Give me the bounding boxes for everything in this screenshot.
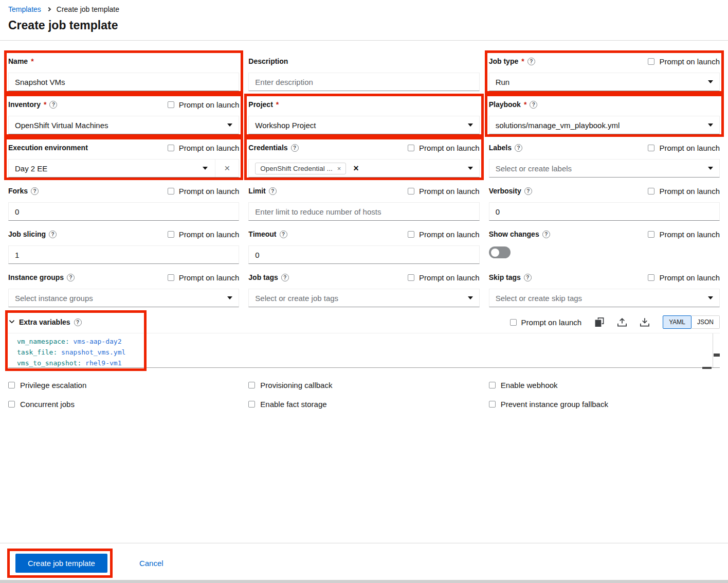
job-tags-prompt-on-launch[interactable]: Prompt on launch: [408, 273, 480, 282]
verbosity-input[interactable]: [489, 202, 720, 221]
instance-groups-select[interactable]: Select instance groups: [8, 289, 239, 307]
checkbox[interactable]: [168, 145, 174, 151]
skip-tags-prompt-on-launch[interactable]: Prompt on launch: [648, 273, 720, 282]
checkbox[interactable]: [248, 401, 255, 408]
editor-horizontal-scrollbar-thumb[interactable]: [702, 367, 712, 369]
remove-credential-icon[interactable]: ×: [337, 165, 341, 172]
forks-prompt-on-launch[interactable]: Prompt on launch: [168, 187, 240, 196]
timeout-prompt-on-launch[interactable]: Prompt on launch: [408, 230, 480, 239]
inventory-select[interactable]: OpenShift Virtual Machines: [8, 116, 239, 134]
editor-scrollbar[interactable]: [713, 333, 720, 367]
job-slicing-input[interactable]: [8, 245, 239, 264]
checkbox[interactable]: [8, 382, 15, 388]
help-icon[interactable]: ?: [542, 231, 550, 238]
job-type-prompt-on-launch[interactable]: Prompt on launch: [648, 57, 720, 66]
job-tags-select[interactable]: Select or create job tags: [248, 289, 479, 307]
credentials-label: Credentials: [248, 144, 287, 152]
clear-credentials-icon[interactable]: ×: [353, 164, 359, 173]
checkbox[interactable]: [510, 319, 517, 326]
window-bottom-strip: [0, 580, 728, 583]
clear-selection-icon[interactable]: ×: [215, 160, 239, 177]
limit-prompt-on-launch[interactable]: Prompt on launch: [408, 187, 480, 196]
yaml-toggle-button[interactable]: YAML: [663, 315, 691, 329]
show-changes-prompt-on-launch[interactable]: Prompt on launch: [648, 230, 720, 239]
checkbox[interactable]: [648, 145, 654, 151]
execution-environment-select-toggle[interactable]: Day 2 EE: [9, 160, 215, 177]
checkbox[interactable]: [648, 274, 654, 281]
checkbox[interactable]: [168, 188, 174, 195]
help-icon[interactable]: ?: [291, 144, 299, 152]
help-icon[interactable]: ?: [515, 144, 522, 152]
job-type-select[interactable]: Run: [489, 73, 720, 91]
option-privilege-escalation[interactable]: Privilege escalation: [8, 381, 239, 390]
help-icon[interactable]: ?: [281, 274, 289, 281]
limit-label: Limit: [248, 187, 265, 195]
checkbox[interactable]: [489, 382, 496, 388]
help-icon[interactable]: ?: [67, 274, 75, 281]
caret-down-icon: [708, 123, 713, 127]
timeout-input[interactable]: [248, 245, 479, 264]
verbosity-prompt-on-launch[interactable]: Prompt on launch: [648, 187, 720, 196]
checkbox[interactable]: [408, 231, 414, 238]
help-icon[interactable]: ?: [74, 319, 82, 326]
help-icon[interactable]: ?: [527, 58, 535, 65]
json-toggle-button[interactable]: JSON: [691, 315, 720, 329]
checkbox[interactable]: [408, 145, 414, 151]
help-icon[interactable]: ?: [524, 274, 532, 281]
playbook-label: Playbook: [489, 100, 521, 109]
show-changes-toggle[interactable]: [489, 246, 511, 258]
job-tags-label: Job tags: [248, 273, 278, 281]
checkbox[interactable]: [168, 231, 174, 238]
forks-input[interactable]: [8, 202, 239, 221]
upload-icon[interactable]: [617, 317, 627, 327]
labels-prompt-on-launch[interactable]: Prompt on launch: [648, 144, 720, 152]
checkbox[interactable]: [248, 382, 255, 388]
credentials-prompt-on-launch[interactable]: Prompt on launch: [408, 144, 480, 152]
option-provisioning-callback[interactable]: Provisioning callback: [248, 381, 479, 390]
checkbox[interactable]: [408, 188, 414, 195]
breadcrumb-link-templates[interactable]: Templates: [8, 5, 41, 13]
job-slicing-prompt-on-launch[interactable]: Prompt on launch: [168, 230, 240, 239]
checkbox[interactable]: [8, 401, 15, 408]
instance-groups-prompt-on-launch[interactable]: Prompt on launch: [168, 273, 240, 282]
inventory-prompt-on-launch[interactable]: Prompt on launch: [168, 100, 240, 109]
field-labels: Labels ? Prompt on launch Select or crea…: [489, 143, 720, 178]
checkbox[interactable]: [168, 101, 174, 108]
help-icon[interactable]: ?: [49, 101, 57, 109]
page-title: Create job template: [8, 19, 720, 32]
checkbox[interactable]: [648, 231, 654, 238]
checkbox[interactable]: [408, 274, 414, 281]
skip-tags-select[interactable]: Select or create skip tags: [489, 289, 720, 307]
editor-scrollbar-thumb[interactable]: [714, 354, 720, 357]
option-concurrent-jobs[interactable]: Concurrent jobs: [8, 400, 239, 409]
extra-variables-prompt-on-launch[interactable]: Prompt on launch: [510, 318, 582, 327]
extra-variables-editor[interactable]: vm_namespace: vms-aap-day2 task_file: sn…: [8, 333, 720, 368]
help-icon[interactable]: ?: [280, 231, 287, 238]
execution-environment-prompt-on-launch[interactable]: Prompt on launch: [168, 144, 240, 152]
copy-icon[interactable]: [595, 317, 604, 327]
help-icon[interactable]: ?: [269, 187, 277, 195]
checkbox[interactable]: [489, 401, 496, 408]
help-icon[interactable]: ?: [31, 187, 39, 195]
help-icon[interactable]: ?: [524, 187, 532, 195]
labels-select[interactable]: Select or create labels: [489, 159, 720, 178]
help-icon[interactable]: ?: [49, 231, 57, 238]
option-prevent-instance-group-fallback[interactable]: Prevent instance group fallback: [489, 400, 720, 409]
download-icon[interactable]: [640, 317, 649, 327]
limit-input[interactable]: [248, 202, 479, 221]
option-enable-fact-storage[interactable]: Enable fact storage: [248, 400, 479, 409]
name-input[interactable]: [8, 73, 239, 91]
project-select[interactable]: Workshop Project: [248, 116, 479, 134]
create-job-template-button[interactable]: Create job template: [15, 554, 107, 573]
playbook-select[interactable]: solutions/manage_vm_playbook.yml: [489, 116, 720, 134]
option-enable-webhook[interactable]: Enable webhook: [489, 381, 720, 390]
checkbox[interactable]: [648, 188, 654, 195]
credentials-select[interactable]: OpenShift Credential ... × ×: [248, 159, 479, 178]
cancel-button[interactable]: Cancel: [139, 559, 163, 568]
description-input[interactable]: [248, 73, 479, 91]
chevron-down-icon[interactable]: [8, 319, 15, 326]
help-icon[interactable]: ?: [530, 101, 537, 109]
checkbox[interactable]: [648, 58, 654, 65]
checkbox[interactable]: [168, 274, 174, 281]
field-instance-groups: Instance groups ? Prompt on launch Selec…: [8, 272, 239, 307]
